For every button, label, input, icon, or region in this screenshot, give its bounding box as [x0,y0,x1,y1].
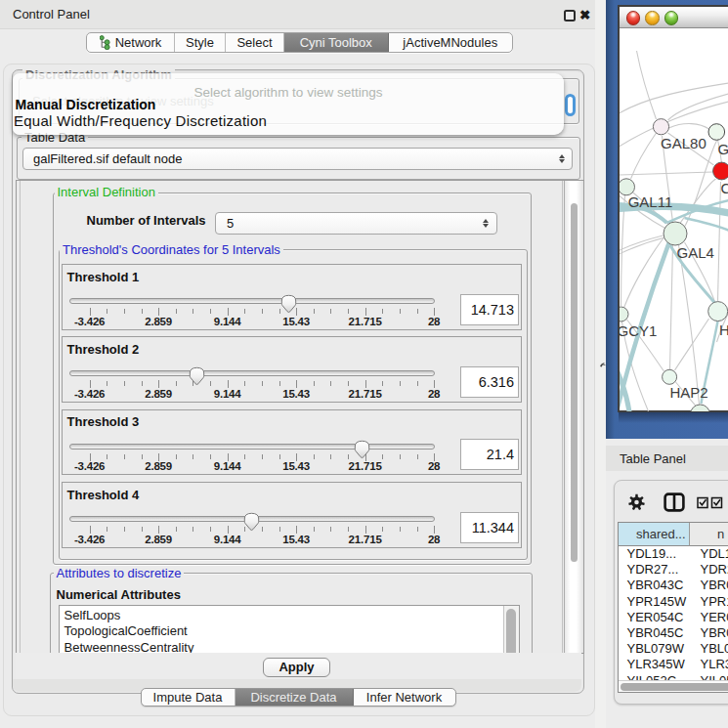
svg-text:GAL11: GAL11 [627,193,672,210]
svg-text:HAP2: HAP2 [669,384,707,401]
svg-text:GCY1: GCY1 [620,322,657,339]
svg-text:GAL80: GAL80 [661,135,707,151]
svg-text:H: H [719,321,728,338]
svg-text:GAL4: GAL4 [676,244,713,261]
svg-text:CY: CY [720,180,728,196]
svg-text:GAL...: GAL... [717,141,728,157]
